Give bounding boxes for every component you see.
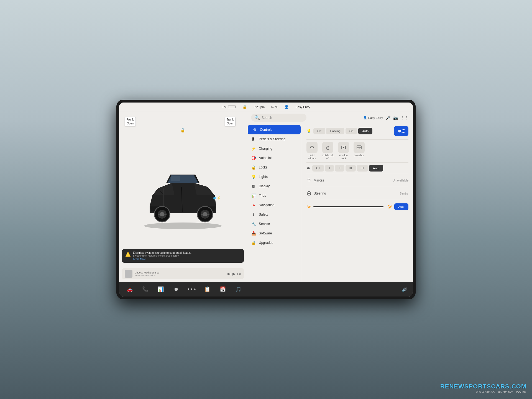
- pedals-icon: 🎛: [251, 137, 256, 141]
- brand-plain: RENEW: [440, 383, 464, 390]
- menu-item-software[interactable]: 📥 Software: [247, 229, 302, 238]
- navigation-label: Navigation: [259, 203, 275, 207]
- menu-item-display[interactable]: 🖥 Display: [247, 181, 302, 191]
- safety-label: Safety: [259, 213, 268, 216]
- taskbar-calendar-btn[interactable]: 📅: [218, 284, 228, 294]
- divider-4: [306, 187, 408, 187]
- taskbar-media-btn[interactable]: ⏺: [171, 284, 181, 294]
- menu-item-lights[interactable]: 💡 Lights: [247, 172, 302, 181]
- menu-item-service[interactable]: 🔧 Service: [247, 219, 302, 229]
- wipers-section: 🌧 Off I II III IIII Auto: [306, 165, 408, 172]
- navigation-icon: 🔺: [251, 203, 256, 207]
- divider-3: [306, 174, 408, 174]
- svg-point-5: [160, 212, 164, 216]
- upgrades-icon: 🔒: [251, 241, 256, 245]
- charging-label: Charging: [259, 147, 272, 150]
- menu-item-controls[interactable]: ⚙ Controls: [248, 125, 301, 134]
- headlight-on-btn[interactable]: On: [346, 128, 357, 134]
- battery-percent: 0 %: [222, 105, 227, 109]
- trunk-label: Trunk Open: [225, 117, 236, 126]
- pedals-label: Pedals & Steering: [259, 137, 285, 141]
- brightness-auto-btn[interactable]: Auto: [394, 203, 408, 210]
- headlight-parking-btn[interactable]: Parking: [326, 128, 344, 134]
- taskbar-car-btn[interactable]: 🚗: [125, 284, 135, 294]
- menu-icon[interactable]: ⋮⋮: [401, 116, 408, 120]
- menu-item-trips[interactable]: 📊 Trips: [247, 191, 302, 200]
- alert-title: Electrical system is unable to support a…: [133, 251, 241, 254]
- search-bar[interactable]: 🔍 Search: [251, 114, 306, 122]
- software-label: Software: [259, 231, 272, 235]
- frunk-label: Frunk Open: [125, 117, 136, 126]
- service-icon: 🔧: [251, 222, 256, 226]
- wiper-4-btn[interactable]: IIII: [357, 165, 368, 172]
- wiper-auto-btn[interactable]: Auto: [369, 165, 383, 172]
- autopilot-label: Autopilot: [259, 156, 272, 160]
- lock-status-icon: 🔓: [180, 128, 185, 132]
- brightness-icon-high: 🔆: [387, 204, 392, 209]
- current-time: 3:25 pm: [254, 105, 265, 109]
- upgrades-label: Upgrades: [259, 241, 273, 245]
- play-button[interactable]: ▶: [232, 272, 236, 276]
- next-button[interactable]: ⏭: [237, 272, 241, 276]
- prev-button[interactable]: ⏮: [227, 272, 231, 276]
- headlight-icon: 💡: [306, 129, 311, 133]
- menu-item-autopilot[interactable]: 🎯 Autopilot: [247, 153, 302, 163]
- window-lock-btn[interactable]: WindowLock: [338, 142, 349, 160]
- controls-label: Controls: [260, 128, 272, 132]
- mirrors-feature-icon: [306, 178, 311, 183]
- fold-mirrors-btn[interactable]: FoldMirrors: [306, 142, 318, 160]
- steering-feature-label: Steering: [314, 191, 397, 195]
- camera-icon: 📷: [393, 116, 398, 120]
- wiper-2-btn[interactable]: II: [335, 165, 344, 172]
- brand-accent: SPORTS: [464, 383, 491, 390]
- brights-toggle[interactable]: [394, 126, 408, 136]
- display-label: Display: [259, 184, 270, 188]
- service-label: Service: [259, 222, 270, 226]
- brights-icon: [397, 129, 405, 134]
- fold-mirrors-icon: [309, 144, 315, 150]
- settings-content: ⚙ Controls 🎛 Pedals & Steering ⚡ Chargin…: [247, 124, 413, 282]
- taskbar-energy-btn[interactable]: 📊: [156, 284, 166, 294]
- display-icon: 🖥: [251, 184, 256, 188]
- headlight-off-btn[interactable]: Off: [313, 128, 325, 134]
- media-controls[interactable]: ⏮ ▶ ⏭: [227, 272, 241, 276]
- menu-item-pedals[interactable]: 🎛 Pedals & Steering: [247, 134, 302, 144]
- wiper-3-btn[interactable]: III: [346, 165, 356, 172]
- learn-more-link[interactable]: Learn More: [133, 258, 241, 260]
- svg-point-17: [213, 197, 216, 200]
- settings-header: 🔍 Search 👤 Easy Entry 🎤 📷 ⋮⋮: [247, 111, 413, 124]
- mic-icon[interactable]: 🎤: [386, 116, 390, 120]
- menu-item-charging[interactable]: ⚡ Charging: [247, 144, 302, 153]
- menu-item-locks[interactable]: 🔒 Locks: [247, 163, 302, 172]
- child-lock-btn[interactable]: Child Lockoff: [322, 142, 334, 160]
- svg-line-21: [401, 129, 405, 130]
- menu-item-safety[interactable]: ℹ Safety: [247, 210, 302, 219]
- wiper-off-btn[interactable]: Off: [312, 165, 324, 172]
- menu-item-upgrades[interactable]: 🔒 Upgrades: [247, 238, 302, 247]
- brightness-slider[interactable]: [313, 206, 383, 207]
- glovebox-btn[interactable]: Glovebox: [354, 142, 365, 160]
- media-title: Choose Media Source: [135, 271, 225, 274]
- locks-icon: 🔒: [251, 165, 256, 170]
- taskbar-more-btn[interactable]: • • •: [187, 284, 197, 294]
- profile-header-item[interactable]: 👤 Easy Entry: [363, 116, 383, 119]
- car-visualization-panel: Frunk Open Trunk Open 🔓: [119, 111, 247, 282]
- wiper-1-btn[interactable]: I: [325, 165, 334, 172]
- alert-warning-icon: ⚠️: [125, 252, 131, 257]
- taskbar-phone-btn[interactable]: 📞: [140, 284, 150, 294]
- child-lock-icon: [325, 144, 331, 150]
- window-lock-label: WindowLock: [339, 154, 348, 160]
- divider-2: [306, 162, 408, 163]
- taskbar-spotify-btn[interactable]: 🎵: [233, 284, 243, 294]
- taskbar-notes-btn[interactable]: 📋: [202, 284, 212, 294]
- door-controls-row: FoldMirrors Child Lockoff: [306, 142, 408, 160]
- volume-icon[interactable]: 🔊: [402, 287, 407, 292]
- svg-text:⚡: ⚡: [217, 196, 221, 200]
- search-icon: 🔍: [254, 115, 260, 120]
- divider-5: [306, 200, 408, 200]
- headlight-auto-btn[interactable]: Auto: [358, 128, 372, 134]
- alert-banner[interactable]: ⚠️ Electrical system is unable to suppor…: [122, 249, 244, 263]
- status-bar: 0 % 🔒 3:25 pm 67°F 👤 Easy Entry: [119, 103, 413, 111]
- media-bar[interactable]: Choose Media Source No device connected …: [122, 268, 244, 279]
- menu-item-navigation[interactable]: 🔺 Navigation: [247, 200, 302, 210]
